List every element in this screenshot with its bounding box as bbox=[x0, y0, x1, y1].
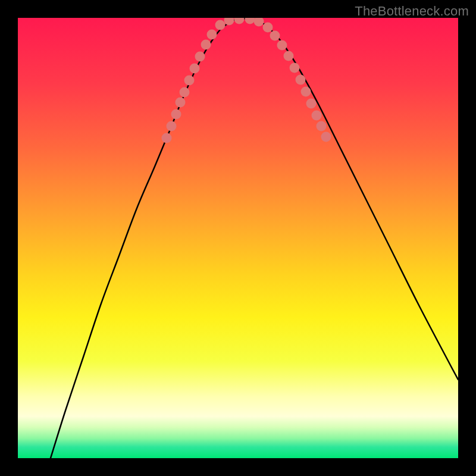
curve-marker bbox=[263, 23, 273, 33]
curve-marker bbox=[312, 111, 322, 121]
curve-marker bbox=[215, 20, 226, 30]
watermark-text: TheBottleneck.com bbox=[355, 4, 469, 19]
curve-marker bbox=[176, 98, 186, 108]
chart-frame: TheBottleneck.com bbox=[0, 0, 476, 476]
curve-marker bbox=[162, 133, 172, 143]
curve-marker bbox=[301, 87, 311, 97]
curve-marker bbox=[167, 121, 177, 131]
curve-marker bbox=[180, 87, 190, 98]
plot-area bbox=[18, 18, 458, 458]
curve-marker bbox=[277, 40, 287, 51]
curve-marker bbox=[184, 76, 195, 86]
curve-marker bbox=[296, 75, 306, 85]
curve-marker bbox=[201, 40, 211, 50]
bottleneck-curve bbox=[51, 18, 458, 458]
curve-marker bbox=[290, 63, 300, 73]
curve-marker bbox=[317, 121, 327, 131]
curve-layer bbox=[18, 18, 458, 458]
curve-marker bbox=[245, 18, 255, 24]
curve-marker bbox=[270, 31, 280, 41]
curve-marker bbox=[306, 99, 317, 109]
curve-marker bbox=[190, 64, 200, 74]
curve-marker bbox=[207, 30, 217, 40]
curve-marker bbox=[284, 51, 294, 61]
curve-marker bbox=[254, 18, 264, 27]
curve-marker bbox=[234, 18, 245, 24]
curve-marker bbox=[195, 52, 205, 62]
curve-marker bbox=[321, 132, 331, 142]
curve-marker bbox=[171, 109, 181, 120]
